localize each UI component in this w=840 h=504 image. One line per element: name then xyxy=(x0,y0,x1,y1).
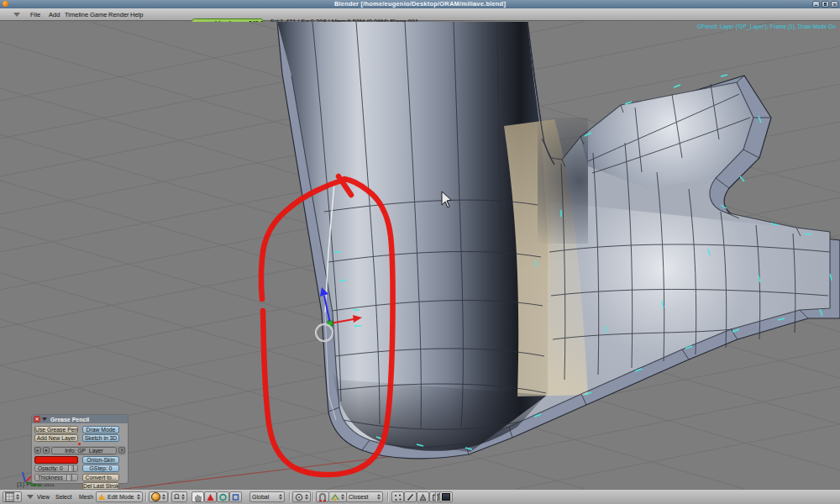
window-titlebar: Blender [/home/eugenio/Desktop/ORAM/mill… xyxy=(0,0,840,8)
editor-type-button[interactable] xyxy=(3,491,22,502)
menu-file[interactable]: File xyxy=(28,8,43,21)
app-icon xyxy=(3,1,8,7)
draw-type-dropdown[interactable] xyxy=(149,491,168,502)
manipulator-hand-button[interactable] xyxy=(192,491,204,502)
proportional-edit-icon xyxy=(295,493,303,501)
pivot-point-icon: Ω xyxy=(174,492,180,501)
maximize-button[interactable] xyxy=(822,1,829,8)
layer-expand-icon[interactable]: ▸ xyxy=(34,447,41,454)
snap-target-dropdown[interactable]: Closest xyxy=(346,491,383,502)
proportional-edit-dropdown[interactable] xyxy=(292,491,311,502)
manipulator-toggles xyxy=(192,491,242,502)
arm-highlight xyxy=(546,202,830,395)
panel-collapse-icon[interactable] xyxy=(42,417,47,421)
menu-help[interactable]: Help xyxy=(128,8,145,21)
convert-button[interactable]: Convert to... xyxy=(82,474,119,481)
viewport-3d[interactable]: GPencil: Layer ('GP_Layer'), Frame (1), … xyxy=(0,22,840,489)
editor-type-grid-icon xyxy=(5,492,14,501)
edit-mode-icon xyxy=(98,494,105,500)
draw-mode-button[interactable]: Draw Mode xyxy=(82,426,119,433)
menu-add[interactable]: Add xyxy=(46,8,62,21)
orientation-dropdown[interactable]: Global xyxy=(249,491,285,502)
minimize-button[interactable] xyxy=(812,1,820,8)
window-title: Blender [/home/eugenio/Desktop/ORAM/mill… xyxy=(0,0,840,8)
vertex-select-button[interactable] xyxy=(391,491,404,502)
thickness-slider[interactable]: Thickness xyxy=(34,474,78,481)
sketch-in-3d-button[interactable]: Sketch in 3D xyxy=(82,434,119,442)
info-header: File Add Timeline Game Render Help www.b… xyxy=(0,8,840,21)
onion-skin-button[interactable]: Onion-Skin xyxy=(82,456,119,464)
collapse-menu-icon[interactable] xyxy=(13,13,20,17)
add-new-layer-button[interactable]: Add New Layer xyxy=(34,434,78,442)
opacity-slider-knob[interactable] xyxy=(68,465,74,471)
view3d-header: View Select Mesh Edit Mode Ω xyxy=(0,489,840,504)
rotate-manipulator-button[interactable] xyxy=(217,491,229,502)
menu-timeline[interactable]: Timeline xyxy=(62,8,91,21)
render-preview-icon xyxy=(442,493,450,501)
snap-magnet-button[interactable] xyxy=(316,491,329,502)
layer-delete-button[interactable]: X xyxy=(118,447,125,454)
layer-color-swatch[interactable] xyxy=(34,456,78,464)
translate-manipulator-button[interactable] xyxy=(204,491,217,502)
snap-element-icon xyxy=(331,493,339,501)
pivot-point-dropdown[interactable]: Ω xyxy=(171,491,187,502)
panel-pin-dot xyxy=(78,443,81,445)
grease-pencil-panel[interactable]: ✕ Grease Pencil Use Grease Pencil Draw M… xyxy=(31,414,129,484)
select-menu[interactable]: Select xyxy=(55,491,71,502)
panel-close-icon[interactable]: ✕ xyxy=(34,416,40,423)
gstep-field[interactable]: GStep: 0 xyxy=(82,465,119,472)
magnet-icon xyxy=(318,493,327,501)
mesh-model[interactable] xyxy=(277,22,840,459)
gpencil-status-text: GPencil: Layer ('GP_Layer'), Frame (1), … xyxy=(697,24,836,29)
render-preview-button[interactable] xyxy=(439,491,453,502)
view-menu[interactable]: View xyxy=(37,491,50,502)
scale-manipulator-button[interactable] xyxy=(229,491,242,502)
mode-dropdown[interactable]: Edit Mode xyxy=(96,491,143,502)
layer-name-field[interactable]: Info: GP_Layer xyxy=(51,447,117,454)
opacity-slider[interactable]: Opacity: 0 xyxy=(34,465,78,472)
blender-window: Blender [/home/eugenio/Desktop/ORAM/mill… xyxy=(0,0,840,504)
layer-dot-icon[interactable]: ● xyxy=(43,447,50,454)
face-select-button[interactable] xyxy=(417,491,429,502)
mesh-menu[interactable]: Mesh xyxy=(79,491,93,502)
thickness-slider-knob[interactable] xyxy=(66,475,72,480)
edge-select-button[interactable] xyxy=(404,491,417,502)
solid-shading-sphere-icon xyxy=(151,492,160,501)
header-collapse-icon[interactable] xyxy=(27,491,34,502)
use-grease-pencil-button[interactable]: Use Grease Pencil xyxy=(34,426,78,433)
panel-header[interactable]: ✕ Grease Pencil xyxy=(32,415,128,423)
close-button[interactable]: ✕ xyxy=(831,1,838,8)
panel-title: Grease Pencil xyxy=(50,417,89,423)
snap-peel-button[interactable] xyxy=(328,491,347,502)
